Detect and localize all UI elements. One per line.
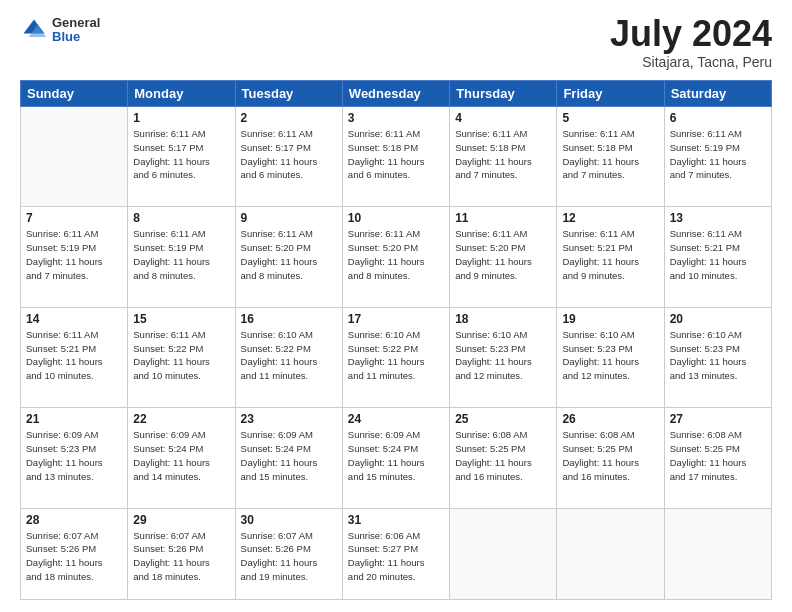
day-info: Sunrise: 6:09 AMSunset: 5:24 PMDaylight:… bbox=[348, 428, 444, 483]
day-info: Sunrise: 6:11 AMSunset: 5:21 PMDaylight:… bbox=[670, 227, 766, 282]
day-number: 21 bbox=[26, 412, 122, 426]
calendar-table: Sunday Monday Tuesday Wednesday Thursday… bbox=[20, 80, 772, 600]
table-row: 28Sunrise: 6:07 AMSunset: 5:26 PMDayligh… bbox=[21, 508, 128, 599]
day-info: Sunrise: 6:10 AMSunset: 5:22 PMDaylight:… bbox=[241, 328, 337, 383]
calendar-week-row: 1Sunrise: 6:11 AMSunset: 5:17 PMDaylight… bbox=[21, 107, 772, 207]
table-row: 12Sunrise: 6:11 AMSunset: 5:21 PMDayligh… bbox=[557, 207, 664, 307]
table-row: 24Sunrise: 6:09 AMSunset: 5:24 PMDayligh… bbox=[342, 408, 449, 508]
logo-general-text: General bbox=[52, 16, 100, 30]
col-saturday: Saturday bbox=[664, 81, 771, 107]
day-info: Sunrise: 6:08 AMSunset: 5:25 PMDaylight:… bbox=[562, 428, 658, 483]
day-number: 4 bbox=[455, 111, 551, 125]
day-number: 26 bbox=[562, 412, 658, 426]
day-number: 28 bbox=[26, 513, 122, 527]
day-info: Sunrise: 6:11 AMSunset: 5:22 PMDaylight:… bbox=[133, 328, 229, 383]
day-info: Sunrise: 6:09 AMSunset: 5:23 PMDaylight:… bbox=[26, 428, 122, 483]
day-info: Sunrise: 6:11 AMSunset: 5:20 PMDaylight:… bbox=[348, 227, 444, 282]
day-number: 14 bbox=[26, 312, 122, 326]
day-number: 27 bbox=[670, 412, 766, 426]
logo: General Blue bbox=[20, 16, 100, 45]
table-row: 2Sunrise: 6:11 AMSunset: 5:17 PMDaylight… bbox=[235, 107, 342, 207]
table-row: 23Sunrise: 6:09 AMSunset: 5:24 PMDayligh… bbox=[235, 408, 342, 508]
logo-blue-text: Blue bbox=[52, 30, 100, 44]
table-row: 31Sunrise: 6:06 AMSunset: 5:27 PMDayligh… bbox=[342, 508, 449, 599]
table-row: 27Sunrise: 6:08 AMSunset: 5:25 PMDayligh… bbox=[664, 408, 771, 508]
table-row: 8Sunrise: 6:11 AMSunset: 5:19 PMDaylight… bbox=[128, 207, 235, 307]
day-number: 6 bbox=[670, 111, 766, 125]
day-number: 29 bbox=[133, 513, 229, 527]
table-row: 29Sunrise: 6:07 AMSunset: 5:26 PMDayligh… bbox=[128, 508, 235, 599]
table-row: 4Sunrise: 6:11 AMSunset: 5:18 PMDaylight… bbox=[450, 107, 557, 207]
calendar-header-row: Sunday Monday Tuesday Wednesday Thursday… bbox=[21, 81, 772, 107]
day-number: 30 bbox=[241, 513, 337, 527]
day-info: Sunrise: 6:10 AMSunset: 5:23 PMDaylight:… bbox=[670, 328, 766, 383]
day-info: Sunrise: 6:11 AMSunset: 5:18 PMDaylight:… bbox=[455, 127, 551, 182]
day-info: Sunrise: 6:09 AMSunset: 5:24 PMDaylight:… bbox=[133, 428, 229, 483]
table-row: 15Sunrise: 6:11 AMSunset: 5:22 PMDayligh… bbox=[128, 307, 235, 407]
col-monday: Monday bbox=[128, 81, 235, 107]
day-number: 25 bbox=[455, 412, 551, 426]
day-number: 18 bbox=[455, 312, 551, 326]
day-number: 11 bbox=[455, 211, 551, 225]
day-number: 12 bbox=[562, 211, 658, 225]
table-row: 6Sunrise: 6:11 AMSunset: 5:19 PMDaylight… bbox=[664, 107, 771, 207]
day-info: Sunrise: 6:07 AMSunset: 5:26 PMDaylight:… bbox=[241, 529, 337, 584]
day-number: 10 bbox=[348, 211, 444, 225]
day-number: 7 bbox=[26, 211, 122, 225]
table-row: 5Sunrise: 6:11 AMSunset: 5:18 PMDaylight… bbox=[557, 107, 664, 207]
day-info: Sunrise: 6:11 AMSunset: 5:19 PMDaylight:… bbox=[670, 127, 766, 182]
table-row: 19Sunrise: 6:10 AMSunset: 5:23 PMDayligh… bbox=[557, 307, 664, 407]
table-row: 30Sunrise: 6:07 AMSunset: 5:26 PMDayligh… bbox=[235, 508, 342, 599]
table-row: 25Sunrise: 6:08 AMSunset: 5:25 PMDayligh… bbox=[450, 408, 557, 508]
table-row: 26Sunrise: 6:08 AMSunset: 5:25 PMDayligh… bbox=[557, 408, 664, 508]
table-row bbox=[664, 508, 771, 599]
table-row: 18Sunrise: 6:10 AMSunset: 5:23 PMDayligh… bbox=[450, 307, 557, 407]
table-row: 9Sunrise: 6:11 AMSunset: 5:20 PMDaylight… bbox=[235, 207, 342, 307]
day-number: 23 bbox=[241, 412, 337, 426]
day-info: Sunrise: 6:08 AMSunset: 5:25 PMDaylight:… bbox=[670, 428, 766, 483]
logo-text: General Blue bbox=[52, 16, 100, 45]
table-row: 7Sunrise: 6:11 AMSunset: 5:19 PMDaylight… bbox=[21, 207, 128, 307]
day-number: 22 bbox=[133, 412, 229, 426]
day-number: 20 bbox=[670, 312, 766, 326]
day-info: Sunrise: 6:11 AMSunset: 5:19 PMDaylight:… bbox=[133, 227, 229, 282]
table-row: 1Sunrise: 6:11 AMSunset: 5:17 PMDaylight… bbox=[128, 107, 235, 207]
day-number: 16 bbox=[241, 312, 337, 326]
col-sunday: Sunday bbox=[21, 81, 128, 107]
day-info: Sunrise: 6:06 AMSunset: 5:27 PMDaylight:… bbox=[348, 529, 444, 584]
col-tuesday: Tuesday bbox=[235, 81, 342, 107]
table-row: 17Sunrise: 6:10 AMSunset: 5:22 PMDayligh… bbox=[342, 307, 449, 407]
calendar-title: July 2024 bbox=[610, 16, 772, 52]
page: General Blue July 2024 Sitajara, Tacna, … bbox=[0, 0, 792, 612]
day-number: 3 bbox=[348, 111, 444, 125]
day-number: 15 bbox=[133, 312, 229, 326]
day-number: 1 bbox=[133, 111, 229, 125]
logo-icon bbox=[20, 16, 48, 44]
day-info: Sunrise: 6:10 AMSunset: 5:23 PMDaylight:… bbox=[455, 328, 551, 383]
table-row: 14Sunrise: 6:11 AMSunset: 5:21 PMDayligh… bbox=[21, 307, 128, 407]
table-row bbox=[557, 508, 664, 599]
calendar-week-row: 14Sunrise: 6:11 AMSunset: 5:21 PMDayligh… bbox=[21, 307, 772, 407]
table-row: 3Sunrise: 6:11 AMSunset: 5:18 PMDaylight… bbox=[342, 107, 449, 207]
day-number: 31 bbox=[348, 513, 444, 527]
day-number: 19 bbox=[562, 312, 658, 326]
day-info: Sunrise: 6:11 AMSunset: 5:19 PMDaylight:… bbox=[26, 227, 122, 282]
table-row bbox=[21, 107, 128, 207]
day-info: Sunrise: 6:07 AMSunset: 5:26 PMDaylight:… bbox=[26, 529, 122, 584]
day-info: Sunrise: 6:10 AMSunset: 5:22 PMDaylight:… bbox=[348, 328, 444, 383]
title-block: July 2024 Sitajara, Tacna, Peru bbox=[610, 16, 772, 70]
col-friday: Friday bbox=[557, 81, 664, 107]
day-info: Sunrise: 6:11 AMSunset: 5:17 PMDaylight:… bbox=[241, 127, 337, 182]
header: General Blue July 2024 Sitajara, Tacna, … bbox=[20, 16, 772, 70]
day-number: 8 bbox=[133, 211, 229, 225]
day-number: 5 bbox=[562, 111, 658, 125]
day-info: Sunrise: 6:09 AMSunset: 5:24 PMDaylight:… bbox=[241, 428, 337, 483]
table-row: 11Sunrise: 6:11 AMSunset: 5:20 PMDayligh… bbox=[450, 207, 557, 307]
table-row: 10Sunrise: 6:11 AMSunset: 5:20 PMDayligh… bbox=[342, 207, 449, 307]
table-row: 13Sunrise: 6:11 AMSunset: 5:21 PMDayligh… bbox=[664, 207, 771, 307]
col-thursday: Thursday bbox=[450, 81, 557, 107]
day-info: Sunrise: 6:11 AMSunset: 5:20 PMDaylight:… bbox=[455, 227, 551, 282]
day-number: 17 bbox=[348, 312, 444, 326]
day-info: Sunrise: 6:11 AMSunset: 5:18 PMDaylight:… bbox=[348, 127, 444, 182]
calendar-week-row: 7Sunrise: 6:11 AMSunset: 5:19 PMDaylight… bbox=[21, 207, 772, 307]
